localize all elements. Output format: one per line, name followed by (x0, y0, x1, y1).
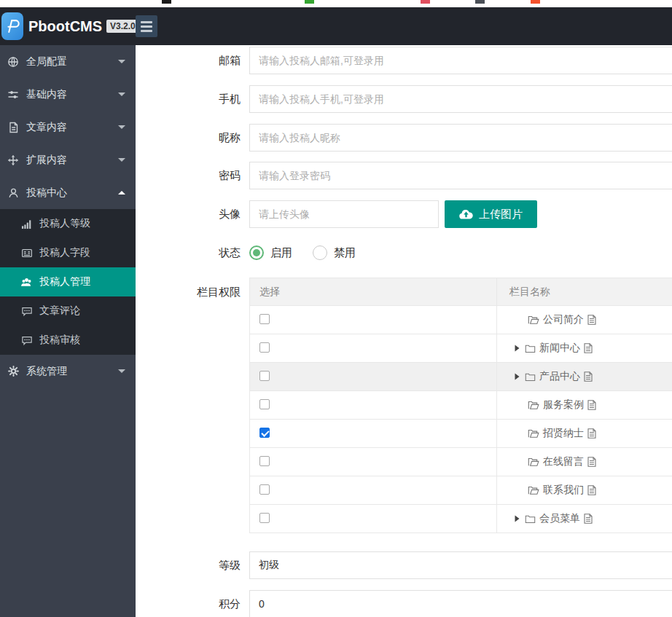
permission-row: 新闻中心 (250, 334, 672, 363)
chevron-down-icon (118, 93, 125, 96)
caret-right-icon[interactable] (515, 515, 521, 522)
sidebar-item-extend-content[interactable]: 扩展内容 (0, 144, 136, 176)
permission-checkbox[interactable] (259, 484, 270, 495)
folder-open-icon (528, 428, 539, 439)
permissions-table: 选择 栏目名称 公司简介新闻中心产品中心服务案例招贤纳士在线留言联系我们会员菜单 (249, 278, 672, 533)
permission-row: 会员菜单 (250, 505, 672, 533)
chevron-down-icon (118, 369, 125, 373)
sidebar-toggle-button[interactable] (136, 15, 157, 37)
permission-row: 联系我们 (250, 476, 672, 505)
avatar-input[interactable] (249, 200, 439, 228)
comment-icon (20, 306, 33, 317)
chevron-down-icon (118, 158, 125, 162)
category-name: 会员菜单 (539, 512, 580, 525)
column-header-select: 选择 (250, 278, 497, 306)
doc-icon[interactable] (587, 457, 596, 467)
favicon-sliver (421, 0, 430, 4)
sidebar-item-label: 投稿中心 (26, 186, 67, 200)
user-icon (7, 187, 20, 199)
folder-closed-icon (525, 344, 536, 353)
email-input[interactable] (249, 47, 672, 74)
doc-icon[interactable] (587, 428, 596, 439)
upload-image-button[interactable]: 上传图片 (445, 200, 537, 228)
users-icon (20, 277, 33, 288)
sidebar-subitem-label: 文章评论 (39, 304, 80, 318)
sidebar-subitem-label: 投稿人管理 (39, 275, 90, 288)
folder-open-icon (528, 315, 539, 325)
sidebar-subitem-label: 投稿人等级 (39, 217, 90, 230)
favicon-sliver (162, 0, 171, 4)
comment-icon (20, 335, 33, 346)
sidebar-subitem-label: 投稿人字段 (39, 246, 90, 259)
permission-checkbox[interactable] (259, 513, 270, 523)
chevron-up-icon (118, 191, 125, 194)
password-input[interactable] (249, 162, 672, 189)
permission-row: 在线留言 (250, 448, 672, 476)
sidebar-subitem-article-comments[interactable]: 文章评论 (0, 296, 136, 326)
points-input[interactable] (249, 590, 672, 617)
folder-open-icon (528, 457, 539, 467)
form-row-email: 邮箱 (136, 47, 672, 74)
sidebar-subitem-contributor-level[interactable]: 投稿人等级 (0, 209, 136, 238)
doc-icon[interactable] (584, 514, 593, 524)
sidebar-item-label: 全局配置 (26, 55, 67, 68)
top-navbar: PbootCMS V3.2.0 (0, 7, 672, 45)
doc-icon[interactable] (584, 372, 593, 382)
category-name: 产品中心 (539, 370, 580, 383)
sidebar-subitem-contribute-review[interactable]: 投稿审核 (0, 326, 136, 355)
sidebar-subitem-contributor-manage[interactable]: 投稿人管理 (0, 267, 136, 296)
doc-icon[interactable] (587, 485, 596, 495)
radio-icon (313, 245, 327, 260)
phone-input[interactable] (249, 85, 672, 113)
nickname-label: 昵称 (136, 131, 241, 145)
sidebar-item-article-content[interactable]: 文章内容 (0, 111, 136, 144)
category-name: 公司简介 (543, 313, 584, 326)
sidebar: 全局配置 基础内容 文章内容 扩展内容 (0, 45, 136, 617)
submenu-contribute-center: 投稿人等级 投稿人字段 投稿人管理 文章评论 (0, 209, 136, 355)
pbootcms-logo-icon (1, 12, 23, 40)
level-select[interactable] (249, 551, 672, 579)
status-option-enabled[interactable]: 启用 (249, 245, 292, 260)
permission-row: 招贤纳士 (250, 420, 672, 448)
sidebar-item-label: 系统管理 (26, 365, 67, 378)
expand-arrows-icon (7, 154, 20, 166)
form-row-phone: 手机 (136, 85, 672, 113)
permission-checkbox[interactable] (259, 342, 270, 353)
hamburger-icon (141, 21, 152, 23)
caret-right-icon[interactable] (515, 345, 521, 352)
permission-checkbox[interactable] (259, 399, 270, 409)
sidebar-item-contribute-center[interactable]: 投稿中心 (0, 176, 136, 209)
permission-checkbox[interactable] (259, 456, 270, 466)
doc-icon[interactable] (584, 343, 593, 353)
folder-open-icon (528, 400, 539, 410)
phone-label: 手机 (136, 93, 241, 106)
doc-icon[interactable] (587, 400, 596, 410)
permission-checkbox[interactable] (259, 314, 270, 324)
favicon-sliver (475, 0, 485, 4)
nickname-input[interactable] (249, 124, 672, 152)
form-row-avatar: 头像 上传图片 (136, 200, 672, 228)
caret-right-icon[interactable] (515, 373, 521, 380)
sidebar-item-basic-content[interactable]: 基础内容 (0, 78, 136, 111)
favicon-sliver (305, 0, 314, 4)
chevron-down-icon (118, 125, 125, 129)
permission-checkbox[interactable] (259, 428, 270, 438)
permission-row: 公司简介 (250, 306, 672, 334)
category-name: 在线留言 (543, 455, 584, 468)
version-badge: V3.2.0 (106, 20, 139, 33)
doc-icon[interactable] (587, 315, 596, 325)
sidebar-item-global-config[interactable]: 全局配置 (0, 45, 136, 78)
folder-closed-icon (525, 372, 536, 382)
radio-icon (249, 245, 264, 260)
form-row-nickname: 昵称 (136, 124, 672, 152)
category-name: 服务案例 (543, 398, 584, 412)
sidebar-subitem-contributor-fields[interactable]: 投稿人字段 (0, 238, 136, 267)
permission-checkbox[interactable] (259, 371, 270, 381)
id-card-icon (20, 248, 33, 259)
form-row-points: 积分 (136, 590, 672, 617)
sidebar-item-label: 基础内容 (26, 88, 67, 101)
level-label: 等级 (136, 559, 241, 573)
cloud-upload-icon (459, 209, 473, 219)
sidebar-item-system-manage[interactable]: 系统管理 (0, 355, 136, 388)
status-option-disabled[interactable]: 禁用 (313, 245, 356, 260)
